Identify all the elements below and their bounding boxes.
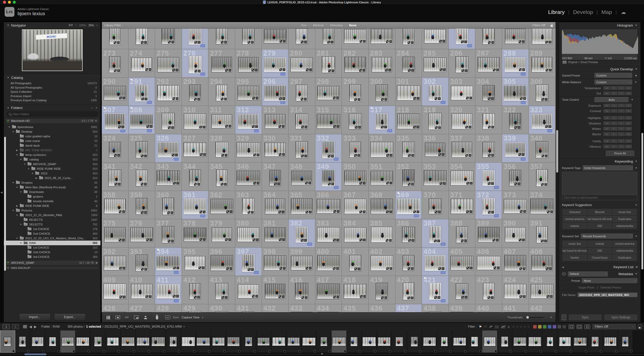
crop-badge-icon[interactable] [336,267,339,270]
crop-badge-icon[interactable] [230,210,232,213]
photo-thumbnail[interactable] [264,29,286,43]
filmstrip-cell-10[interactable] [151,330,166,353]
grid-cell-350[interactable]: 350 [342,163,369,191]
folder-row[interactable]: grubers1 [4,194,100,199]
metadata-badge-icon[interactable] [519,40,521,43]
grid-cell-300[interactable]: 300 [369,78,395,106]
panel-arrow-icon[interactable]: ▼ [634,81,637,83]
folder-row[interactable]: ▶HFL TONE MOODS4 [4,148,100,152]
collapse-triangle-icon[interactable]: ▼ [635,24,637,27]
catalog-item[interactable]: Quick Collection21 [4,90,100,94]
collection-badge-icon[interactable] [200,73,205,75]
grid-cell-365[interactable]: 365 [289,191,315,219]
grid-cell-369[interactable]: 369⚑ [395,191,422,219]
filter-enable-switch[interactable] [638,324,641,329]
stepper-button[interactable]: « [603,139,611,143]
grid-cell-409[interactable]: 409 [102,276,129,304]
grid-cell-267[interactable]: 267 [395,29,422,49]
grid-cell-432[interactable]: 432 [262,304,289,312]
metadata-badge-icon[interactable] [413,97,416,100]
metadata-badge-icon[interactable] [434,296,437,299]
grid-cell-290[interactable]: 290 [102,78,129,106]
metadata-badge-icon[interactable] [462,69,464,72]
metadata-badge-icon[interactable] [435,126,438,129]
crop-badge-icon[interactable] [256,97,258,99]
unedited-filter-icon[interactable] [501,325,505,328]
crop-badge-icon[interactable] [257,182,259,184]
photo-thumbnail[interactable] [317,86,340,100]
filmstrip-cell-2[interactable] [30,330,45,353]
crop-badge-icon[interactable] [491,97,494,100]
metadata-badge-icon[interactable] [221,41,224,44]
crop-badge-icon[interactable] [198,41,201,44]
crop-badge-icon[interactable] [470,182,473,185]
photo-thumbnail[interactable] [296,227,308,242]
metadata-badge-icon[interactable] [199,266,201,269]
photo-thumbnail[interactable] [371,29,393,44]
crop-badge-icon[interactable] [496,69,499,71]
filmstrip-thumbnail[interactable] [362,337,376,346]
metadata-badge-icon[interactable] [359,210,362,213]
photo-thumbnail[interactable] [344,284,367,299]
grid-cell-421[interactable]: 421⚑ [422,276,449,304]
auto-tone-button[interactable]: Auto [595,97,629,102]
filmstrip-thumbnail[interactable] [573,337,587,346]
disclosure-triangle-icon[interactable]: ▼ [16,237,18,240]
photo-thumbnail[interactable] [189,29,201,45]
stepper-button[interactable]: › [618,139,625,143]
crop-badge-icon[interactable] [118,183,121,185]
grid-cell-371[interactable]: 371 [449,191,476,219]
collection-badge-icon[interactable] [281,73,285,75]
grid-cell-284[interactable]: 284 [395,49,422,78]
filter-option-metadata[interactable]: Metadata [328,24,345,27]
color-label-chip-0[interactable] [533,325,537,329]
folder-row[interactable]: ▼2023_12_01_Michelle_PAtti1809 [4,213,100,217]
metadata-badge-icon[interactable] [381,126,384,129]
metadata-badge-icon[interactable] [141,183,143,185]
filmstrip-thumbnail[interactable] [622,337,629,347]
photo-thumbnail[interactable] [216,169,227,187]
filmstrip-cell-5[interactable] [75,330,91,353]
color-label-chip-3[interactable] [548,325,552,329]
grid-cell-385[interactable]: 385 [369,219,395,248]
metadata-badge-icon[interactable] [386,154,389,157]
sync-button[interactable]: Sync [568,314,602,321]
photo-thumbnail[interactable] [104,227,126,242]
photo-thumbnail[interactable] [429,283,441,300]
metadata-badge-icon[interactable] [173,267,176,269]
disclosure-triangle-icon[interactable]: ▼ [27,167,30,170]
grid-cell-348[interactable]: 348 [289,163,315,191]
stepper-button[interactable]: « [603,126,611,131]
filmstrip-cell-23[interactable] [347,330,362,353]
grid-cell-398[interactable]: 398 [262,248,289,276]
grid-cell-256[interactable]: 256 [102,29,129,49]
crop-badge-icon[interactable] [144,155,147,157]
crop-badge-icon[interactable] [144,211,147,214]
grid-cell-355[interactable]: 355 [475,163,502,191]
folder-row[interactable]: moods michelle46 [4,199,100,204]
metadata-badge-icon[interactable] [145,295,148,298]
metadata-badge-icon[interactable] [306,211,308,214]
metadata-badge-icon[interactable] [435,210,438,213]
stepper-button[interactable]: ‹ [611,144,618,149]
photo-thumbnail[interactable] [349,113,362,129]
go-to-grid-icon[interactable] [23,325,27,328]
photo-thumbnail[interactable] [532,29,552,44]
metadata-badge-icon[interactable] [279,97,282,100]
grid-cell-356[interactable]: 356 [502,163,529,191]
metadata-badge-icon[interactable] [306,68,309,71]
stepper-button[interactable]: ‹ [611,103,618,108]
stepper-button[interactable]: » [625,103,632,108]
photo-thumbnail[interactable] [482,85,495,101]
collection-badge-icon[interactable] [147,101,152,104]
photo-thumbnail[interactable] [291,198,312,214]
photo-thumbnail[interactable] [131,57,152,72]
metadata-badge-icon[interactable] [172,154,175,156]
grid-cell-337[interactable]: 337 [449,134,476,163]
metadata-badge-icon[interactable] [252,97,255,99]
keyword-tags-textarea[interactable] [562,172,637,194]
grid-cell-389[interactable]: 389 [475,219,502,248]
photo-thumbnail[interactable] [483,283,494,300]
grid-cell-416[interactable]: 416 [289,276,315,304]
crop-badge-icon[interactable] [411,296,413,299]
